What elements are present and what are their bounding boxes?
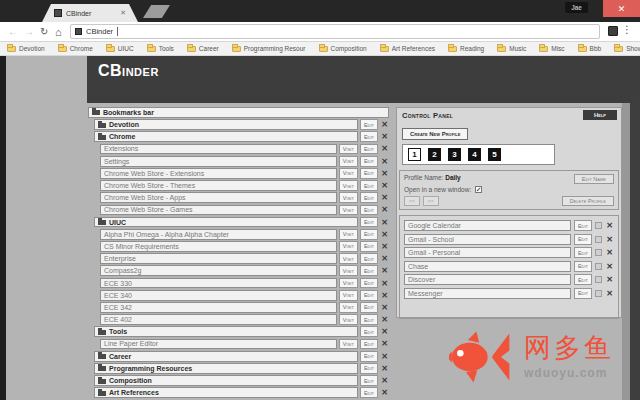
bookmarks-bar-item[interactable]: Shows <box>614 45 640 52</box>
delete-icon[interactable]: ✕ <box>380 253 389 264</box>
refresh-icon[interactable]: ↻ <box>40 25 48 39</box>
delete-icon[interactable]: ✕ <box>380 168 389 179</box>
window-close-button[interactable]: ✕ <box>603 0 640 17</box>
edit-button[interactable]: Edit <box>360 119 378 130</box>
bookmarks-bar-item[interactable]: Reading <box>448 45 484 52</box>
edit-button[interactable]: Edit <box>360 302 378 313</box>
bookmarks-bar-item[interactable]: UIUC <box>106 45 134 52</box>
delete-icon[interactable]: ✕ <box>380 265 389 276</box>
visit-button[interactable]: Visit <box>339 339 358 350</box>
delete-icon[interactable]: ✕ <box>380 326 389 337</box>
item-checkbox[interactable] <box>595 222 602 229</box>
edit-button[interactable]: Edit <box>360 131 378 142</box>
delete-icon[interactable]: ✕ <box>380 387 389 398</box>
edit-button[interactable]: Edit <box>360 205 378 216</box>
edit-name-button[interactable]: Edit Name <box>574 174 614 184</box>
edit-button[interactable]: Edit <box>360 168 378 179</box>
edit-button[interactable]: Edit <box>574 261 592 272</box>
visit-button[interactable]: Visit <box>339 180 358 191</box>
edit-button[interactable]: Edit <box>360 290 378 301</box>
browser-menu-icon[interactable]: ⋮ <box>622 24 632 35</box>
bookmarks-bar-item[interactable]: Programming Resour <box>232 45 306 52</box>
delete-icon[interactable]: ✕ <box>380 290 389 301</box>
visit-button[interactable]: Visit <box>339 205 358 216</box>
visit-button[interactable]: Visit <box>339 314 358 325</box>
edit-button[interactable]: Edit <box>360 375 378 386</box>
edit-button[interactable]: Edit <box>574 247 592 258</box>
delete-icon[interactable]: ✕ <box>380 144 389 155</box>
visit-button[interactable]: Visit <box>339 168 358 179</box>
page-scrollbar[interactable] <box>622 103 630 400</box>
delete-icon[interactable]: ✕ <box>380 119 389 130</box>
delete-icon[interactable]: ✕ <box>605 220 614 231</box>
item-checkbox[interactable] <box>595 249 602 256</box>
visit-button[interactable]: Visit <box>339 229 358 240</box>
delete-icon[interactable]: ✕ <box>605 247 614 258</box>
open-new-window-checkbox[interactable]: ✓ <box>475 186 482 193</box>
bookmarks-bar-item[interactable]: Misc <box>539 45 564 52</box>
delete-icon[interactable]: ✕ <box>380 375 389 386</box>
profile-number-button[interactable]: 2 <box>428 148 441 161</box>
extension-icon[interactable] <box>608 26 618 36</box>
new-tab-button[interactable] <box>143 5 170 18</box>
back-icon[interactable]: ← <box>8 25 18 39</box>
profile-number-button[interactable]: 3 <box>448 148 461 161</box>
prev-profile-button[interactable]: << <box>404 196 420 206</box>
next-profile-button[interactable]: >> <box>423 196 439 206</box>
edit-button[interactable]: Edit <box>360 314 378 325</box>
item-checkbox[interactable] <box>595 236 602 243</box>
address-bar[interactable]: CBinder <box>70 24 600 39</box>
edit-button[interactable]: Edit <box>360 217 378 228</box>
visit-button[interactable]: Visit <box>339 302 358 313</box>
edit-button[interactable]: Edit <box>360 387 378 398</box>
delete-icon[interactable]: ✕ <box>380 205 389 216</box>
delete-icon[interactable]: ✕ <box>380 180 389 191</box>
profile-number-button[interactable]: 5 <box>488 148 501 161</box>
delete-icon[interactable]: ✕ <box>380 229 389 240</box>
edit-button[interactable]: Edit <box>360 265 378 276</box>
visit-button[interactable]: Visit <box>339 253 358 264</box>
bookmarks-bar-item[interactable]: Chrome <box>58 45 93 52</box>
edit-button[interactable]: Edit <box>360 339 378 350</box>
bookmarks-bar-item[interactable]: Bbb <box>578 45 602 52</box>
visit-button[interactable]: Visit <box>339 192 358 203</box>
profile-number-button[interactable]: 4 <box>468 148 481 161</box>
visit-button[interactable]: Visit <box>339 144 358 155</box>
visit-button[interactable]: Visit <box>339 265 358 276</box>
edit-button[interactable]: Edit <box>360 156 378 167</box>
delete-icon[interactable]: ✕ <box>380 363 389 374</box>
create-new-profile-button[interactable]: Create New Profile <box>402 128 468 140</box>
delete-icon[interactable]: ✕ <box>380 302 389 313</box>
edit-button[interactable]: Edit <box>360 278 378 289</box>
edit-button[interactable]: Edit <box>360 229 378 240</box>
forward-icon[interactable]: → <box>24 25 34 39</box>
item-checkbox[interactable] <box>595 276 602 283</box>
edit-button[interactable]: Edit <box>360 253 378 264</box>
home-icon[interactable]: ⌂ <box>55 25 62 39</box>
bookmarks-bar-item[interactable]: Devotion <box>7 45 45 52</box>
edit-button[interactable]: Edit <box>360 363 378 374</box>
edit-button[interactable]: Edit <box>574 288 592 299</box>
delete-icon[interactable]: ✕ <box>605 234 614 245</box>
profile-number-button[interactable]: 1 <box>408 148 421 161</box>
visit-button[interactable]: Visit <box>339 156 358 167</box>
delete-icon[interactable]: ✕ <box>605 274 614 285</box>
edit-button[interactable]: Edit <box>360 326 378 337</box>
delete-icon[interactable]: ✕ <box>380 156 389 167</box>
delete-icon[interactable]: ✕ <box>605 261 614 272</box>
bookmarks-bar-item[interactable]: Composition <box>319 45 367 52</box>
delete-icon[interactable]: ✕ <box>380 314 389 325</box>
delete-icon[interactable]: ✕ <box>380 131 389 142</box>
tab-close-icon[interactable]: ✕ <box>120 9 126 17</box>
help-button[interactable]: Help <box>583 110 617 120</box>
bookmarks-bar-item[interactable]: Music <box>497 45 526 52</box>
edit-button[interactable]: Edit <box>574 220 592 231</box>
edit-button[interactable]: Edit <box>574 234 592 245</box>
visit-button[interactable]: Visit <box>339 278 358 289</box>
browser-tab[interactable]: CBinder ✕ <box>42 4 138 22</box>
visit-button[interactable]: Visit <box>339 290 358 301</box>
delete-icon[interactable]: ✕ <box>380 217 389 228</box>
browser-profile-badge[interactable]: Jae <box>565 2 588 13</box>
visit-button[interactable]: Visit <box>339 241 358 252</box>
delete-profile-button[interactable]: Delete Profile <box>562 196 614 206</box>
